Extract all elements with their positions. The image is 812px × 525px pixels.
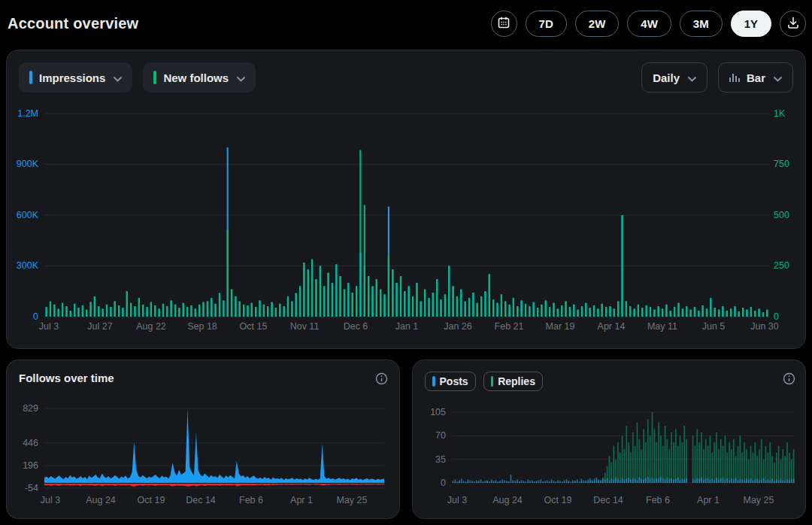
- legend-replies-label: Replies: [498, 375, 535, 387]
- x-axis-label: Oct 19: [138, 495, 165, 505]
- x-axis-label: Jun 30: [750, 321, 779, 332]
- legend-replies-badge[interactable]: Replies: [483, 372, 543, 391]
- x-axis-label: Sep 18: [187, 321, 217, 332]
- metric-dropdown-new-follows-label: New follows: [163, 71, 229, 84]
- right-axis-tick: 0: [774, 311, 779, 322]
- x-axis-label: Feb 6: [239, 495, 263, 505]
- left-axis-tick: 0: [7, 311, 38, 322]
- x-axis-label: Jul 3: [39, 321, 59, 332]
- metric-dropdown-impressions-label: Impressions: [39, 71, 105, 84]
- follows-area-chart[interactable]: [44, 404, 384, 493]
- right-axis-tick: 750: [774, 159, 789, 169]
- y-axis-tick: 70: [416, 430, 446, 441]
- chevron-down-icon: [114, 71, 122, 84]
- right-axis-tick: 250: [774, 260, 789, 271]
- range-button-2w[interactable]: 2W: [575, 11, 620, 37]
- account-overview-page: { "header": { "title": "Account overview…: [0, 0, 812, 525]
- y-axis-tick: 829: [8, 403, 38, 414]
- x-axis-label: Jan 26: [444, 321, 472, 332]
- y-axis-tick: 446: [8, 438, 38, 448]
- legend-posts-label: Posts: [440, 375, 468, 387]
- x-axis-label: Feb 21: [495, 321, 524, 332]
- x-axis-label: May 25: [337, 495, 368, 505]
- metric-dropdown-impressions[interactable]: Impressions: [19, 62, 132, 93]
- legend: Posts Replies: [425, 372, 543, 391]
- chevron-down-icon: [237, 71, 245, 84]
- y-axis-tick: 105: [416, 407, 446, 417]
- impressions-accent-bar: [29, 71, 32, 84]
- right-axis-tick: 1K: [774, 108, 785, 119]
- x-axis-label: Aug 24: [86, 495, 116, 505]
- legend-posts-badge[interactable]: Posts: [425, 372, 476, 391]
- date-range-controls: 7D 2W 4W 3M 1Y: [491, 11, 806, 37]
- download-button[interactable]: [780, 11, 806, 37]
- page-title: Account overview: [8, 15, 138, 32]
- bar-chart-icon: [729, 71, 740, 84]
- x-axis-label: Dec 14: [186, 495, 216, 505]
- follows-card-title: Follows over time: [19, 372, 114, 384]
- header: Account overview 7D 2W 4W 3M 1Y: [0, 0, 812, 47]
- info-icon[interactable]: [783, 372, 795, 388]
- x-axis-label: Aug 24: [492, 495, 523, 505]
- chart-type-dropdown[interactable]: Bar: [718, 62, 793, 93]
- calendar-icon: [497, 16, 511, 32]
- left-axis-tick: 300K: [7, 260, 38, 271]
- chart-type-dropdown-label: Bar: [747, 71, 765, 84]
- x-axis-label: Mar 19: [546, 321, 575, 332]
- y-axis-tick: 0: [416, 478, 446, 488]
- right-axis-tick: 500: [774, 210, 789, 220]
- granularity-dropdown[interactable]: Daily: [641, 62, 707, 93]
- x-axis-label: May 11: [647, 321, 677, 332]
- calendar-button[interactable]: [491, 11, 517, 37]
- range-button-7d[interactable]: 7D: [526, 11, 567, 37]
- x-axis-label: Jul 3: [447, 495, 467, 505]
- x-axis-label: May 25: [744, 495, 774, 505]
- x-axis-label: Dec 6: [344, 321, 368, 332]
- x-axis-label: Oct 15: [240, 321, 268, 332]
- left-axis-tick: 1.2M: [7, 108, 38, 119]
- metric-dropdown-new-follows[interactable]: New follows: [143, 62, 256, 93]
- chevron-down-icon: [688, 71, 696, 84]
- y-axis-tick: -54: [8, 483, 38, 493]
- range-button-1y[interactable]: 1Y: [731, 11, 771, 37]
- posts-accent-bar: [432, 376, 435, 387]
- x-axis-label: Jan 1: [395, 321, 419, 332]
- left-axis-tick: 900K: [7, 159, 38, 169]
- x-axis-label: Apr 14: [598, 321, 626, 332]
- x-axis-label: Aug 22: [136, 321, 166, 332]
- left-axis-tick: 600K: [7, 210, 38, 220]
- range-button-4w[interactable]: 4W: [627, 11, 671, 37]
- impressions-follows-bar-chart[interactable]: [44, 109, 769, 321]
- follows-over-time-card: Follows over time 829 446 196 -54 Jul 3 …: [6, 360, 400, 519]
- x-axis-label: Oct 19: [544, 495, 572, 505]
- granularity-dropdown-label: Daily: [653, 71, 680, 84]
- x-axis-label: Apr 1: [290, 495, 313, 505]
- y-axis-tick: 196: [8, 460, 38, 471]
- impressions-follows-card: Impressions New follows Daily: [6, 50, 806, 349]
- x-axis-label: Jun 5: [702, 321, 726, 332]
- info-icon[interactable]: [375, 372, 388, 388]
- range-button-3m[interactable]: 3M: [680, 11, 723, 37]
- chart-toolbar: Impressions New follows Daily: [19, 62, 793, 93]
- x-axis-label: Jul 3: [41, 495, 60, 505]
- download-icon: [786, 16, 800, 32]
- replies-accent-bar: [491, 376, 494, 387]
- x-axis-label: Dec 14: [593, 495, 623, 505]
- y-axis-tick: 35: [416, 454, 446, 465]
- x-axis-label: Apr 1: [697, 495, 720, 505]
- posts-replies-card: Posts Replies 105 70 35 0 Jul 3 Aug 24 O…: [412, 360, 806, 519]
- new-follows-accent-bar: [153, 71, 156, 84]
- x-axis-label: Feb 6: [646, 495, 670, 505]
- posts-replies-bar-chart[interactable]: [452, 407, 795, 488]
- x-axis-label: Nov 11: [290, 321, 320, 332]
- x-axis-label: Jul 27: [87, 321, 112, 332]
- chevron-down-icon: [774, 71, 782, 84]
